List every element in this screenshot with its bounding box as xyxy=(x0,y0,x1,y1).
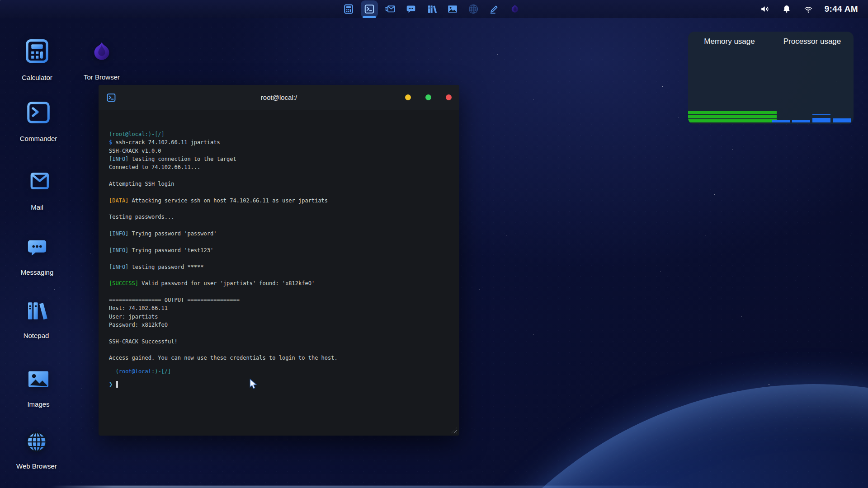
clock: 9:44 AM xyxy=(825,4,858,14)
topbar-status-area: 9:44 AM xyxy=(760,0,858,18)
topbar-app-editor[interactable] xyxy=(486,0,503,18)
terminal-icon xyxy=(364,4,375,14)
topbar-app-notepad[interactable] xyxy=(423,0,440,18)
terminal-line: $ ssh-crack 74.102.66.11 jpartiats xyxy=(109,138,450,146)
window-controls xyxy=(405,94,452,100)
desktop-icon-images[interactable]: Images xyxy=(5,367,72,408)
terminal-blank-line xyxy=(109,205,450,213)
chat-icon xyxy=(406,4,416,14)
memory-usage-label: Memory usage xyxy=(688,37,771,46)
terminal-prompt[interactable]: ❯ xyxy=(109,380,450,388)
terminal-blank-line xyxy=(109,238,450,246)
topbar-app-calculator[interactable] xyxy=(340,0,357,18)
widget-headers: Memory usage Processor usage xyxy=(688,37,854,46)
onion-icon xyxy=(509,4,520,14)
terminal-blank-line xyxy=(109,172,450,180)
terminal-line: ================ OUTPUT ================ xyxy=(109,296,450,304)
terminal-blank-line xyxy=(109,188,450,196)
chat-icon xyxy=(25,236,49,261)
globe-grid-icon xyxy=(468,4,479,14)
calculator-icon xyxy=(343,4,354,14)
desktop-screen: 9:44 AM Calculator Tor Browser Commander… xyxy=(0,0,868,488)
terminal-line: [INFO] Trying password 'password' xyxy=(109,230,450,238)
terminal-blank-line xyxy=(109,221,450,230)
minimize-button[interactable] xyxy=(405,94,411,100)
desktop-icon-label: Commander xyxy=(20,135,57,142)
desktop-icon-label: Tor Browser xyxy=(84,73,120,81)
terminal-line: [SUCCESS] Valid password for user 'jpart… xyxy=(109,279,450,287)
terminal-line: (root@local:)-[/] xyxy=(109,130,450,138)
pencil-icon xyxy=(489,4,500,14)
desktop-icon-label: Messaging xyxy=(21,268,54,276)
status-wifi[interactable] xyxy=(803,4,814,14)
processor-usage-graph xyxy=(688,106,854,124)
terminal-body[interactable]: (root@local:)-[/]$ ssh-crack 74.102.66.1… xyxy=(99,110,459,388)
desktop-icon-mail[interactable]: Mail xyxy=(3,168,71,211)
terminal-line: (root@local:)-[/] xyxy=(109,367,450,375)
topbar-app-network-globe[interactable] xyxy=(465,0,482,18)
onion-icon xyxy=(90,40,114,66)
maximize-button[interactable] xyxy=(425,94,431,100)
terminal-cursor xyxy=(116,381,118,388)
terminal-line: [INFO] testing connection to the target xyxy=(109,155,450,163)
cpu-usage-bar xyxy=(833,118,851,122)
terminal-icon xyxy=(25,99,52,127)
calculator-icon xyxy=(24,38,51,65)
terminal-line: [INFO] testing password ***** xyxy=(109,263,450,271)
desktop-icon-web-browser[interactable]: Web Browser xyxy=(3,431,71,470)
desktop-icon-calculator[interactable]: Calculator xyxy=(3,38,71,81)
desktop-icon-notepad[interactable]: Notepad xyxy=(2,298,70,339)
mail-icon xyxy=(385,4,396,14)
desktop-icon-label: Images xyxy=(27,400,49,408)
mail-icon xyxy=(24,168,50,196)
close-button[interactable] xyxy=(446,94,452,100)
planet-horizon xyxy=(407,384,868,488)
image-icon xyxy=(447,4,458,14)
topbar-app-messaging[interactable] xyxy=(402,0,420,18)
terminal-line: Host: 74.102.66.11 xyxy=(109,304,450,312)
desktop-icon-label: Mail xyxy=(31,203,43,211)
terminal-titlebar[interactable]: root@local:/ xyxy=(99,85,459,110)
topbar-app-terminal[interactable] xyxy=(361,0,378,18)
globe-icon xyxy=(25,431,48,453)
resize-grip[interactable] xyxy=(451,427,457,433)
desktop-icon-label: Web Browser xyxy=(16,462,57,470)
terminal-line: [INFO] Trying password 'test123' xyxy=(109,246,450,254)
books-icon xyxy=(426,4,437,14)
topbar-app-tor-browser[interactable] xyxy=(506,0,524,18)
terminal-line: SSH-CRACK v1.0.0 xyxy=(109,147,450,155)
terminal-blank-line xyxy=(109,329,450,337)
desktop-icon-tor-browser[interactable]: Tor Browser xyxy=(68,40,136,81)
terminal-line: Attempting SSH login xyxy=(109,180,450,188)
desktop-icon-label: Notepad xyxy=(24,332,49,339)
terminal-line: Access gained. You can now use these cre… xyxy=(109,354,450,362)
onion-icon xyxy=(90,40,114,64)
volume-icon xyxy=(760,4,770,14)
terminal-blank-line xyxy=(109,254,450,263)
chat-icon xyxy=(25,236,49,259)
books-icon xyxy=(24,298,48,324)
system-monitor-widget: Memory usage Processor usage xyxy=(688,32,854,124)
cpu-usage-cap xyxy=(812,114,830,115)
cpu-usage-bar xyxy=(792,120,810,122)
terminal-blank-line xyxy=(109,271,450,279)
desktop-icon-commander[interactable]: Commander xyxy=(5,99,72,142)
bell-icon xyxy=(782,4,792,14)
processor-usage-label: Processor usage xyxy=(771,37,854,46)
terminal-line: User: jpartiats xyxy=(109,313,450,321)
wifi-icon xyxy=(803,4,813,14)
topbar: 9:44 AM xyxy=(0,0,868,18)
status-volume[interactable] xyxy=(760,4,770,14)
image-icon xyxy=(26,367,51,391)
terminal-line: Password: x812kfeO xyxy=(109,321,450,329)
topbar-app-images[interactable] xyxy=(444,0,461,18)
terminal-blank-line xyxy=(109,288,450,296)
status-notifications[interactable] xyxy=(781,4,792,14)
books-icon xyxy=(24,298,48,323)
topbar-app-mail[interactable] xyxy=(382,0,399,18)
desktop-icon-messaging[interactable]: Messaging xyxy=(3,236,71,276)
image-icon xyxy=(26,367,51,393)
prompt-chevron: ❯ xyxy=(109,380,113,388)
terminal-line: Testing passwords... xyxy=(109,213,450,221)
horizon-glow xyxy=(50,486,683,488)
